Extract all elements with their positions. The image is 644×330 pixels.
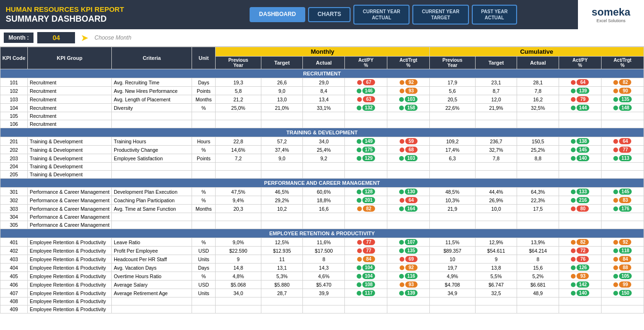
cell-m-tgt: 37,4%	[261, 146, 303, 154]
cell-m-prev: 5,8	[216, 87, 261, 95]
cell-c-prev: 17,4%	[430, 146, 476, 154]
cell-c-actpy: 72	[559, 247, 602, 255]
cell-unit: %	[192, 146, 216, 154]
nav-charts[interactable]: CHARTS	[308, 7, 351, 22]
cell-code: 403	[0, 255, 28, 264]
cell-c-tgt: 32,5	[475, 289, 517, 297]
cell-group: Performance & Career Management	[27, 213, 111, 221]
cell-code: 104	[0, 104, 28, 112]
cell-code: 402	[0, 247, 28, 255]
cell-criteria: Average Salary	[112, 280, 192, 289]
cell-criteria	[112, 221, 192, 229]
cell-m-act: 33,1%	[303, 104, 345, 112]
nav-past-year-actual[interactable]: PAST YEARACTUAL	[472, 5, 517, 25]
cell-code: 301	[0, 188, 28, 196]
cell-unit: %	[192, 272, 216, 280]
cell-m-prev: $5.068	[216, 280, 261, 289]
cell-c-prev: 21,9	[430, 205, 476, 213]
cell-criteria	[112, 171, 192, 179]
nav-current-year-target[interactable]: CURRENT YEARTARGET	[412, 5, 468, 25]
cell-m-actpy: 77	[345, 238, 387, 247]
cell-m-act	[303, 120, 345, 128]
cell-m-prev: 9,0%	[216, 238, 261, 247]
sub-title: SUMMARY DASHBOARD	[6, 14, 183, 24]
arrow-icon: ➤	[81, 32, 89, 43]
cell-criteria: Avg. Recruiting Time	[112, 78, 192, 87]
cell-m-acttgt	[387, 171, 430, 179]
cell-c-act: 15,6	[517, 264, 559, 272]
cell-m-prev: 9	[216, 255, 261, 264]
table-row: 408 Employee Retention & Productivity	[0, 297, 644, 305]
cell-code: 201	[0, 137, 28, 146]
month-value[interactable]: 04	[37, 32, 75, 43]
cell-c-prev: 10,3%	[430, 196, 476, 205]
cell-m-tgt: $5.880	[261, 280, 303, 289]
cell-m-actpy: 84	[345, 255, 387, 264]
cell-m-actpy	[345, 163, 387, 171]
page-header: HUMAN RESOURCES KPI REPORT SUMMARY DASHB…	[0, 0, 644, 29]
cell-c-tgt: 21,9%	[475, 104, 517, 112]
choose-month-hint: Choose Month	[94, 34, 131, 41]
cell-c-acttgt	[601, 120, 644, 128]
cell-code: 401	[0, 238, 28, 247]
cell-m-prev: 14,8	[216, 264, 261, 272]
cell-m-acttgt	[387, 163, 430, 171]
cell-m-actpy	[345, 305, 387, 314]
cell-criteria	[112, 305, 192, 314]
cell-m-tgt: 28,7	[261, 289, 303, 297]
cell-code: 305	[0, 221, 28, 229]
cell-c-actpy	[559, 213, 602, 221]
cell-unit: Months	[192, 205, 216, 213]
table-row: 105 Recruitment	[0, 112, 644, 120]
cell-m-tgt: 21,0%	[261, 104, 303, 112]
cell-c-act: 28,1	[517, 78, 559, 87]
cell-group: Recruitment	[27, 78, 111, 87]
cell-m-tgt	[261, 171, 303, 179]
cell-c-acttgt	[601, 112, 644, 120]
cell-c-actpy: 145	[559, 146, 602, 154]
cell-m-prev: 25,0%	[216, 104, 261, 112]
title-block: HUMAN RESOURCES KPI REPORT SUMMARY DASHB…	[0, 0, 189, 29]
cell-code: 302	[0, 196, 28, 205]
cell-m-actpy: 82	[345, 205, 387, 213]
cell-c-prev: 34,9	[430, 289, 476, 297]
cell-c-prev	[430, 305, 476, 314]
cell-m-actpy: 128	[345, 188, 387, 196]
cell-c-act: 8	[517, 255, 559, 264]
cell-m-prev	[216, 163, 261, 171]
table-row: 204 Training & Development	[0, 163, 644, 171]
cell-criteria: Avg. Vacation Days	[112, 264, 192, 272]
cell-criteria: Development Plan Execution	[112, 188, 192, 196]
cell-m-tgt: 13,0	[261, 95, 303, 104]
cell-m-tgt: 9,0	[261, 154, 303, 163]
cell-m-actpy: 63	[345, 95, 387, 104]
cell-c-actpy	[559, 120, 602, 128]
cell-c-act: 25,2%	[517, 146, 559, 154]
table-row: 406 Employee Retention & Productivity Av…	[0, 280, 644, 289]
cell-c-tgt: 26,9%	[475, 196, 517, 205]
cell-c-prev: 20,5	[430, 95, 476, 104]
cell-c-acttgt: 118	[601, 247, 644, 255]
cell-c-actpy: 138	[559, 137, 602, 146]
cell-m-acttgt	[387, 213, 430, 221]
cell-c-acttgt: 148	[601, 104, 644, 112]
cell-m-acttgt: 158	[387, 104, 430, 112]
cell-group: Employee Retention & Productivity	[27, 305, 111, 314]
cell-m-acttgt: 59	[387, 137, 430, 146]
section-header: PERFORMANCE AND CAREER MANAGEMENT	[0, 179, 644, 188]
cell-group: Training & Development	[27, 171, 111, 179]
nav-current-year-actual[interactable]: CURRENT YEARACTUAL	[353, 5, 410, 25]
th-c-acttgt: Act/Trgt%	[601, 57, 644, 69]
cell-m-acttgt: 103	[387, 95, 430, 104]
cell-m-acttgt	[387, 120, 430, 128]
cell-code: 303	[0, 205, 28, 213]
cell-code: 103	[0, 95, 28, 104]
cell-c-act: 32,5%	[517, 104, 559, 112]
cell-m-act: 4,6%	[303, 272, 345, 280]
cell-c-prev: 109,2	[430, 137, 476, 146]
cell-m-actpy	[345, 112, 387, 120]
cell-group: Recruitment	[27, 112, 111, 120]
cell-m-prev: 9,4%	[216, 196, 261, 205]
nav-dashboard[interactable]: DASHBOARD	[250, 7, 305, 22]
cell-c-tgt: 10,0	[475, 205, 517, 213]
